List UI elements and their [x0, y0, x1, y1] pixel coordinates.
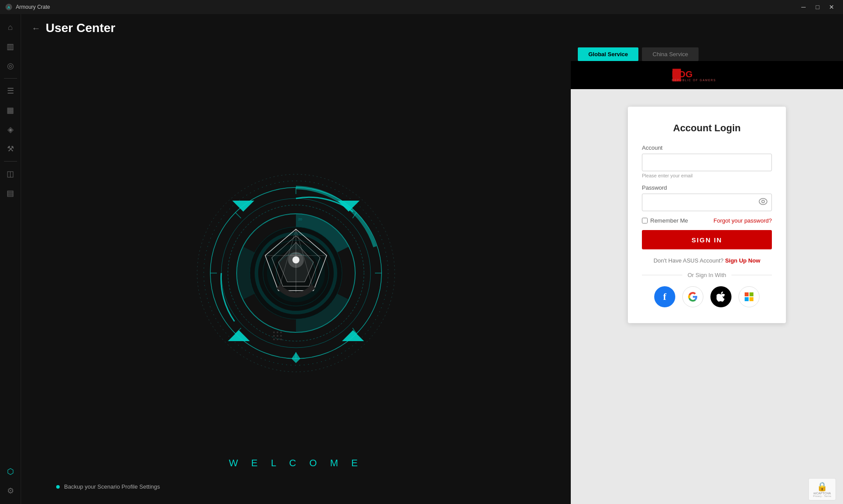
login-title: Account Login [642, 122, 772, 134]
sidebar-item-tools[interactable]: ⚒ [2, 140, 19, 158]
svg-text:A: A [7, 5, 11, 10]
account-label: Account [642, 144, 772, 151]
left-panel: 20 W E L C O M E Backup your Scenario Pr… [21, 42, 571, 504]
apple-icon [717, 292, 725, 302]
svg-point-40 [273, 338, 275, 340]
app-body: ⌂ ▥ ◎ ☰ ▦ ◈ ⚒ ◫ ▤ ⬡ ⚙ ← User Center [0, 14, 843, 504]
sidebar-item-calendar[interactable]: ▦ [2, 101, 19, 119]
tip-text: Backup your Scenario Profile Settings [64, 483, 160, 490]
signup-row: Don't Have ASUS Account? Sign Up Now [642, 257, 772, 264]
svg-point-36 [280, 331, 282, 333]
svg-point-41 [277, 338, 278, 340]
recaptcha-text: reCAPTCHA [814, 492, 831, 495]
svg-point-38 [277, 335, 278, 337]
recaptcha-badge: 🔒 reCAPTCHA Privacy - Terms [808, 478, 836, 500]
no-account-text: Don't Have ASUS Account? [653, 257, 723, 264]
divider-right [731, 275, 772, 275]
maximize-button[interactable]: □ [811, 3, 824, 11]
sidebar-item-devices[interactable]: ▥ [2, 38, 19, 55]
svg-text:20: 20 [298, 217, 302, 221]
rog-logo-bar: R ROG REPUBLIC OF GAMERS [571, 61, 843, 89]
svg-point-35 [277, 331, 278, 333]
svg-text:REPUBLIC OF GAMERS: REPUBLIC OF GAMERS [672, 79, 716, 82]
title-bar: A Armoury Crate ─ □ ✕ [0, 0, 843, 14]
svg-point-49 [762, 200, 764, 203]
sidebar-item-settings[interactable]: ⚙ [2, 482, 19, 500]
sidebar-divider-1 [4, 78, 17, 79]
sign-in-button[interactable]: SIGN IN [642, 230, 772, 249]
title-bar-controls: ─ □ ✕ [797, 3, 838, 11]
welcome-text: W E L C O M E [229, 457, 363, 469]
microsoft-icon [744, 292, 754, 302]
sidebar-item-scenario[interactable]: ☰ [2, 82, 19, 100]
app-name: Armoury Crate [16, 4, 50, 10]
account-input[interactable] [642, 154, 772, 171]
form-options-row: Remember Me Forgot your password? [642, 217, 772, 224]
sidebar-item-home[interactable]: ⌂ [2, 18, 19, 36]
page-title: User Center [46, 21, 115, 35]
global-service-tab[interactable]: Global Service [578, 47, 638, 61]
password-wrapper [642, 194, 772, 211]
forgot-password-link[interactable]: Forgot your password? [713, 217, 772, 224]
password-toggle-icon[interactable] [759, 198, 767, 207]
svg-marker-33 [342, 330, 364, 341]
sidebar-item-chart[interactable]: ▤ [2, 184, 19, 202]
or-sign-in-text: Or Sign In With [688, 272, 726, 278]
svg-rect-53 [749, 297, 753, 301]
facebook-login-button[interactable]: f [654, 286, 675, 307]
svg-rect-51 [749, 292, 753, 296]
sidebar-item-profile[interactable]: ◈ [2, 121, 19, 138]
tip-dot [56, 485, 60, 489]
recaptcha-bar: 🔒 reCAPTCHA Privacy - Terms [571, 475, 843, 504]
apple-login-button[interactable] [710, 286, 731, 307]
sidebar-item-layers[interactable]: ◫ [2, 165, 19, 183]
svg-marker-32 [228, 330, 250, 341]
account-hint: Please enter your email [642, 173, 772, 178]
google-login-button[interactable] [682, 286, 703, 307]
title-bar-left: A Armoury Crate [5, 4, 50, 11]
svg-point-39 [280, 335, 282, 337]
china-service-tab[interactable]: China Service [642, 47, 699, 61]
remember-me-label[interactable]: Remember Me [642, 217, 688, 224]
svg-marker-31 [338, 201, 360, 212]
password-input[interactable] [642, 194, 772, 211]
sign-up-link[interactable]: Sign Up Now [725, 257, 760, 264]
right-panel: Global Service China Service R [571, 42, 843, 504]
svg-point-34 [273, 331, 275, 333]
minimize-button[interactable]: ─ [797, 3, 810, 11]
password-label: Password [642, 184, 772, 191]
sidebar-item-aura[interactable]: ◎ [2, 57, 19, 75]
recaptcha-terms: Privacy - Terms [813, 495, 831, 497]
divider-left [642, 275, 682, 275]
back-button[interactable]: ← [32, 23, 40, 33]
microsoft-login-button[interactable] [739, 286, 760, 307]
svg-point-48 [759, 198, 767, 205]
svg-rect-50 [745, 292, 749, 296]
svg-rect-52 [745, 297, 749, 301]
svg-point-37 [273, 335, 275, 337]
svg-line-29 [235, 212, 241, 218]
tip-bar: Backup your Scenario Profile Settings [56, 483, 553, 490]
service-tabs: Global Service China Service [571, 42, 843, 61]
svg-marker-30 [232, 201, 254, 212]
login-card: Account Login Account Please enter your … [628, 107, 786, 323]
app-logo: A [5, 4, 12, 11]
content-area: ← User Center [21, 14, 843, 504]
sidebar-item-user[interactable]: ⬡ [2, 463, 19, 480]
rog-graphic: 20 [191, 168, 401, 378]
remember-me-checkbox[interactable] [642, 218, 648, 223]
rog-logo: R ROG REPUBLIC OF GAMERS [672, 67, 742, 83]
sidebar-divider-2 [4, 161, 17, 162]
svg-text:ROG: ROG [672, 69, 692, 79]
recaptcha-icon: 🔒 [817, 481, 828, 492]
google-icon [688, 292, 698, 302]
sidebar: ⌂ ▥ ◎ ☰ ▦ ◈ ⚒ ◫ ▤ ⬡ ⚙ [0, 14, 21, 504]
main-content: 20 W E L C O M E Backup your Scenario Pr… [21, 42, 843, 504]
right-panel-scrollable[interactable]: R ROG REPUBLIC OF GAMERS Account Login [571, 61, 843, 504]
divider-row: Or Sign In With [642, 272, 772, 278]
remember-me-text: Remember Me [650, 217, 688, 224]
close-button[interactable]: ✕ [825, 3, 838, 11]
svg-point-21 [288, 252, 304, 268]
social-buttons-row: f [642, 286, 772, 307]
login-container: Account Login Account Please enter your … [571, 89, 843, 475]
